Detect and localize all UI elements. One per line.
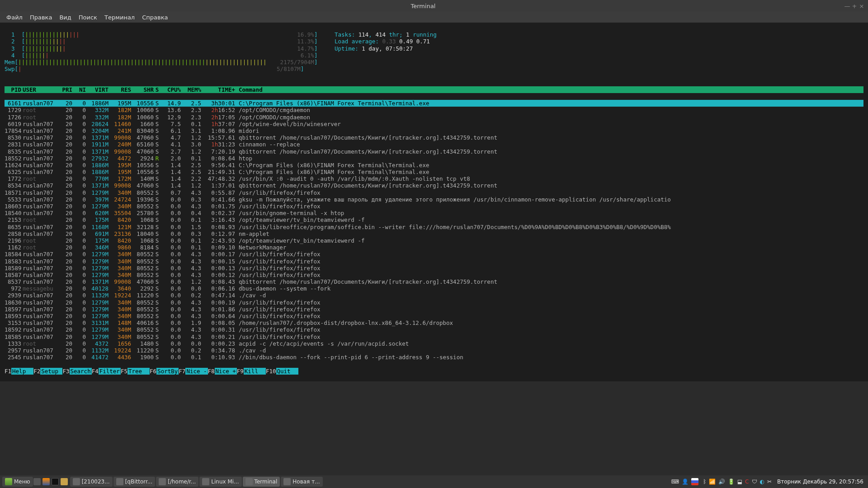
process-row[interactable]: 18584 ruslan707 20 0 1279M 340M 80552 S …	[5, 251, 863, 258]
process-row[interactable]: 2957 ruslan707 20 0 1132M 19224 11220 S …	[5, 347, 863, 354]
fkey-F5[interactable]: F5	[121, 368, 127, 375]
minimize-icon[interactable]: —	[844, 3, 851, 9]
process-row[interactable]: 1726 root 20 0 332M 182M 10060 S 12.9 2.…	[5, 114, 863, 121]
fkey-F7[interactable]: F7	[179, 368, 185, 375]
hdr-pid[interactable]: PID	[5, 86, 23, 93]
app-icon	[283, 478, 291, 485]
menu-edit[interactable]: Правка	[26, 13, 56, 22]
process-row[interactable]: 1729 root 20 0 332M 182M 10060 S 13.6 2.…	[5, 107, 863, 113]
process-row[interactable]: 3153 ruslan707 20 0 3131M 148M 40616 S 0…	[5, 319, 863, 326]
volume-icon[interactable]: 🔊	[718, 479, 725, 485]
hdr-ni[interactable]: NI	[72, 86, 86, 93]
process-row[interactable]: 8537 ruslan707 20 0 1371M 99008 47060 S …	[5, 278, 863, 285]
process-row[interactable]: 18589 ruslan707 20 0 1279M 340M 80552 S …	[5, 265, 863, 272]
menu-help[interactable]: Справка	[138, 13, 171, 22]
hdr-shr[interactable]: SHR	[131, 86, 154, 93]
process-row[interactable]: 18630 ruslan707 20 0 1279M 340M 80552 S …	[5, 299, 863, 306]
process-row[interactable]: 8635 ruslan707 20 0 1168M 121M 32128 S 0…	[5, 224, 863, 230]
process-row[interactable]: 6325 ruslan707 20 0 1886M 195M 10556 S 1…	[5, 169, 863, 175]
fkey-F6[interactable]: F6	[150, 368, 156, 375]
app-icon	[73, 478, 80, 485]
process-row[interactable]: 18571 ruslan707 20 0 1279M 340M 80552 S …	[5, 189, 863, 196]
keyboard-layout-icon[interactable]	[691, 478, 698, 485]
process-row[interactable]: 18593 ruslan707 20 0 1279M 340M 80552 S …	[5, 313, 863, 319]
taskbar-window-button[interactable]: [210023...	[70, 477, 113, 487]
process-row[interactable]: 1162 root 20 0 346M 9860 8184 S 0.0 0.1 …	[5, 244, 863, 251]
process-row[interactable]: 18597 ruslan707 20 0 1279M 340M 80552 S …	[5, 306, 863, 313]
start-menu-button[interactable]: Меню	[2, 477, 33, 487]
menu-terminal[interactable]: Терминал	[101, 13, 138, 22]
menu-file[interactable]: Файл	[3, 13, 26, 22]
hdr-time[interactable]: TIME+	[201, 86, 235, 93]
files-launcher-icon[interactable]	[61, 478, 68, 485]
clock[interactable]: Вторник Декабрь 29, 20:57:56	[774, 479, 866, 485]
fkey-F4[interactable]: F4	[92, 368, 99, 375]
process-row[interactable]: 8534 ruslan707 20 0 1371M 99008 47060 S …	[5, 182, 863, 189]
fkey-F8[interactable]: F8	[208, 368, 215, 375]
firefox-launcher-icon[interactable]	[42, 478, 50, 485]
shield-icon[interactable]: 🛡	[752, 479, 757, 485]
process-row[interactable]: 18603 ruslan707 20 0 1279M 340M 80552 S …	[5, 203, 863, 210]
show-desktop-icon[interactable]	[33, 478, 41, 485]
hdr-user[interactable]: USER	[23, 86, 57, 93]
process-row[interactable]: 2831 ruslan707 20 0 1911M 240M 65160 S 4…	[5, 141, 863, 148]
maximize-icon[interactable]: +	[851, 3, 858, 9]
close-icon[interactable]: ×	[858, 3, 865, 9]
fkey-label: Help	[11, 368, 33, 375]
process-row[interactable]: 1333 root 20 0 4372 1656 1480 S 0.0 0.0 …	[5, 340, 863, 347]
fkey-F1[interactable]: F1	[5, 368, 11, 375]
network-icon[interactable]: 📶	[709, 479, 716, 485]
process-row[interactable]: 18552 ruslan707 20 0 27932 4472 2924 R 2…	[5, 155, 863, 162]
user-icon[interactable]: 👤	[682, 479, 689, 485]
process-row[interactable]: 8535 ruslan707 20 0 1371M 99008 47060 S …	[5, 148, 863, 155]
terminal-launcher-icon[interactable]	[52, 478, 59, 485]
process-row[interactable]: 11624 ruslan707 20 0 1886M 195M 10556 S …	[5, 162, 863, 169]
taskbar-window-button[interactable]: Terminal	[243, 477, 280, 487]
comodo-icon[interactable]: C	[745, 479, 749, 485]
process-row[interactable]: 2858 ruslan707 20 0 691M 23136 18040 S 0…	[5, 230, 863, 237]
taskbar-window-button[interactable]: Новая т...	[281, 477, 322, 487]
fkey-F2[interactable]: F2	[33, 368, 40, 375]
process-row[interactable]: 6019 ruslan707 20 0 28624 11460 1660 S 7…	[5, 121, 863, 127]
process-header[interactable]: PID USER PRI NI VIRT RES SHR S CPU% MEM%…	[5, 86, 863, 93]
process-row[interactable]: 2939 ruslan707 20 0 1132M 19224 11220 S …	[5, 292, 863, 299]
hdr-cpu[interactable]: CPU%	[160, 86, 181, 93]
scissors-icon[interactable]: ✂	[767, 479, 772, 485]
process-row[interactable]: 2153 root 20 0 175M 8420 1068 S 0.0 0.1 …	[5, 216, 863, 223]
hdr-s[interactable]: S	[154, 86, 160, 93]
menu-view[interactable]: Вид	[56, 13, 75, 22]
process-row[interactable]: 2545 ruslan707 20 0 41472 4436 1900 S 0.…	[5, 354, 863, 361]
process-row[interactable]: 2196 root 20 0 175M 8420 1068 S 0.0 0.1 …	[5, 237, 863, 244]
taskbar-window-button[interactable]: [qBittorr...	[113, 477, 156, 487]
qbittorrent-tray-icon[interactable]: ◐	[760, 479, 764, 485]
process-row[interactable]: 1772 root 20 0 770M 172M 140M S 1.4 2.2 …	[5, 175, 863, 182]
taskbar-window-button[interactable]: Linux Mi...	[199, 477, 241, 487]
hdr-res[interactable]: RES	[108, 86, 131, 93]
process-row[interactable]: 8530 ruslan707 20 0 1371M 99008 47060 S …	[5, 134, 863, 141]
process-row[interactable]: 18583 ruslan707 20 0 1279M 340M 80552 S …	[5, 258, 863, 265]
hdr-cmd[interactable]: Command	[235, 86, 863, 93]
fkey-label: Kill	[244, 368, 266, 375]
hdr-mem[interactable]: MEM%	[181, 86, 201, 93]
start-menu-label: Меню	[14, 479, 30, 485]
process-row[interactable]: 18540 ruslan707 20 0 620M 35504 25780 S …	[5, 210, 863, 216]
hdr-virt[interactable]: VIRT	[86, 86, 108, 93]
hdr-pri[interactable]: PRI	[57, 86, 72, 93]
process-row[interactable]: 17854 ruslan707 20 0 3204M 241M 83040 S …	[5, 127, 863, 134]
taskbar: Меню [210023...[qBittorr...[/home/r...Li…	[0, 475, 868, 488]
fkey-F10[interactable]: F10	[266, 368, 276, 375]
process-row[interactable]: 5533 ruslan707 20 0 397M 24724 19396 S 0…	[5, 196, 863, 203]
process-row[interactable]: 972 messagebu 20 0 40128 3640 2292 S 0.0…	[5, 285, 863, 292]
battery-icon[interactable]: 🔋	[728, 479, 735, 485]
process-row[interactable]: 6161 ruslan707 20 0 1886M 195M 10556 S 1…	[5, 100, 863, 107]
process-row[interactable]: 18585 ruslan707 20 0 1279M 340M 80552 S …	[5, 333, 863, 340]
dropbox-icon[interactable]: ⬓	[737, 479, 742, 485]
fkey-F9[interactable]: F9	[237, 368, 244, 375]
menu-search[interactable]: Поиск	[75, 13, 101, 22]
keyboard-icon[interactable]: ⌨	[671, 479, 679, 485]
taskbar-window-button[interactable]: [/home/r...	[156, 477, 198, 487]
process-row[interactable]: 18587 ruslan707 20 0 1279M 340M 80552 S …	[5, 272, 863, 278]
process-row[interactable]: 18592 ruslan707 20 0 1279M 340M 80552 S …	[5, 326, 863, 333]
bluetooth-icon[interactable]: ᛒ	[703, 479, 706, 485]
fkey-F3[interactable]: F3	[62, 368, 69, 375]
